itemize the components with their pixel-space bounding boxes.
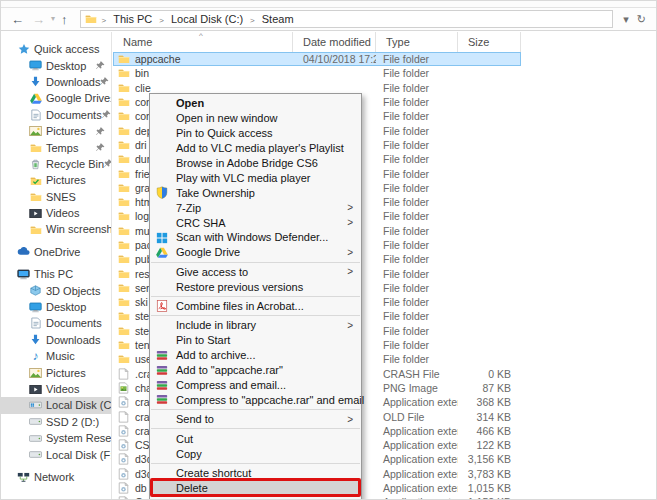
menu-item-play-with-vlc-media-player[interactable]: Play with VLC media player xyxy=(150,170,361,185)
sidebar-item-music[interactable]: ♪Music xyxy=(1,348,111,364)
sidebar-item-videos[interactable]: Videos xyxy=(1,381,111,397)
menu-item-rename[interactable]: Rename xyxy=(150,495,361,500)
sidebar-item-pictures[interactable]: Pictures xyxy=(1,172,111,188)
file-row[interactable]: binFile folder xyxy=(113,66,521,80)
menu-item-delete[interactable]: Delete xyxy=(150,480,361,495)
menu-item-label: Cut xyxy=(176,433,193,445)
menu-item-combine-files-in-acrobat[interactable]: Combine files in Acrobat... xyxy=(150,299,361,314)
file-type: File folder xyxy=(376,310,458,322)
sidebar-item-videos[interactable]: Videos xyxy=(1,205,111,221)
file-size: 1,152 KB xyxy=(458,496,511,499)
file-size: 466 KB xyxy=(458,425,511,437)
folder-icon xyxy=(118,253,130,265)
menu-item-scan-with-windows-defender[interactable]: Scan with Windows Defender... xyxy=(150,230,361,245)
file-size: 368 KB xyxy=(458,396,511,408)
sidebar-item-desktop[interactable]: Desktop xyxy=(1,299,111,315)
menu-item-open[interactable]: Open xyxy=(150,96,361,111)
file-name: clie xyxy=(135,82,151,94)
file-gear-icon xyxy=(118,396,130,408)
folder-icon xyxy=(118,268,130,280)
back-button[interactable]: ← xyxy=(11,13,24,26)
column-header-date-modified[interactable]: Date modified xyxy=(293,32,376,52)
menu-item-compress-and-email[interactable]: Compress and email... xyxy=(150,378,361,393)
breadcrumb-segment[interactable]: Steam xyxy=(260,13,296,25)
menu-item-restore-previous-versions[interactable]: Restore previous versions xyxy=(150,279,361,294)
column-header-name[interactable]: Name xyxy=(113,32,293,52)
file-name: frie xyxy=(135,168,150,180)
sidebar-item-quick-access[interactable]: Quick access xyxy=(1,41,111,57)
breadcrumb-segment[interactable]: Local Disk (C:) xyxy=(169,13,245,25)
sidebar-item-documents[interactable]: Documents xyxy=(1,315,111,331)
menu-item-open-in-new-window[interactable]: Open in new window xyxy=(150,111,361,126)
file-type: File folder xyxy=(376,296,458,308)
folder-icon xyxy=(118,110,130,122)
sidebar-item-documents[interactable]: Documents xyxy=(1,107,111,123)
breadcrumb-separator-icon: > xyxy=(245,16,260,25)
download-icon xyxy=(29,75,42,88)
sidebar-item-snes[interactable]: SNES xyxy=(1,189,111,205)
sidebar-item-desktop[interactable]: Desktop xyxy=(1,57,111,73)
sidebar-item-win-screenshots[interactable]: Win screenshots xyxy=(1,221,111,237)
file-blank-icon xyxy=(118,368,130,380)
file-type: Application extens xyxy=(376,439,458,451)
sidebar-item-google-drive[interactable]: Google Drive xyxy=(1,90,111,106)
sidebar-item-3d-objects[interactable]: 3D Objects xyxy=(1,282,111,298)
menu-item-add-to-archive[interactable]: Add to archive... xyxy=(150,348,361,363)
menu-item-add-to-vlc-media-player-s-playlist[interactable]: Add to VLC media player's Playlist xyxy=(150,141,361,156)
file-name: ski xyxy=(135,296,148,308)
file-type: Application extens xyxy=(376,396,458,408)
file-image-icon xyxy=(118,382,130,394)
file-type: File folder xyxy=(376,225,458,237)
sidebar-item-system-reserved-e[interactable]: System Reserved (E: xyxy=(1,430,111,446)
sidebar-item-recycle-bin[interactable]: Recycle Bin xyxy=(1,156,111,172)
sidebar-item-label: Recycle Bin xyxy=(46,158,104,170)
sidebar-item-downloads[interactable]: Downloads xyxy=(1,332,111,348)
sidebar-item-pictures[interactable]: Pictures xyxy=(1,123,111,139)
sidebar-item-downloads[interactable]: Downloads xyxy=(1,74,111,90)
sidebar-item-pictures[interactable]: Pictures xyxy=(1,364,111,380)
sidebar-item-ssd-2-d[interactable]: SSD 2 (D:) xyxy=(1,414,111,430)
menu-item-pin-to-start[interactable]: Pin to Start xyxy=(150,333,361,348)
history-dropdown-icon[interactable]: ▾ xyxy=(51,15,55,23)
menu-item-give-access-to[interactable]: Give access to> xyxy=(150,264,361,279)
column-header-size[interactable]: Size xyxy=(458,32,521,52)
file-size: 314 KB xyxy=(458,411,511,423)
pin-icon xyxy=(110,94,112,103)
menu-item-label: Compress and email... xyxy=(176,379,286,391)
file-size: 1,015 KB xyxy=(458,482,511,494)
address-bar[interactable]: >This PC>Local Disk (C:)>Steam xyxy=(80,10,614,28)
menu-item-compress-to-appcache-rar-and-email[interactable]: Compress to "appcache.rar" and email xyxy=(150,392,361,407)
menu-item-create-shortcut[interactable]: Create shortcut xyxy=(150,465,361,480)
menu-item-crc-sha[interactable]: CRC SHA> xyxy=(150,215,361,230)
sidebar-item-temps[interactable]: Temps xyxy=(1,139,111,155)
sidebar-item-label: SNES xyxy=(46,191,76,203)
up-button[interactable]: ↑ xyxy=(61,13,68,26)
address-dropdown-icon[interactable]: ▾ xyxy=(623,13,629,26)
refresh-icon[interactable]: ↻ xyxy=(637,13,646,26)
sidebar-item-local-disk-c[interactable]: Local Disk (C:) xyxy=(1,397,111,413)
sidebar-item-this-pc[interactable]: This PC xyxy=(1,266,111,282)
sidebar-item-local-disk-f[interactable]: Local Disk (F:) xyxy=(1,446,111,462)
file-type: Application extens xyxy=(376,453,458,465)
forward-button[interactable]: → xyxy=(32,13,45,26)
gdrive-icon xyxy=(156,246,171,259)
menu-item-send-to[interactable]: Send to> xyxy=(150,412,361,427)
file-row[interactable]: appcache04/10/2018 17:29File folder xyxy=(113,52,521,66)
file-name: log xyxy=(135,210,149,222)
menu-item-pin-to-quick-access[interactable]: Pin to Quick access xyxy=(150,126,361,141)
column-header-label: Name xyxy=(123,36,152,48)
menu-item-7-zip[interactable]: 7-Zip> xyxy=(150,200,361,215)
sidebar-item-network[interactable]: Network xyxy=(1,469,111,485)
menu-item-copy[interactable]: Copy xyxy=(150,446,361,461)
menu-item-cut[interactable]: Cut xyxy=(150,431,361,446)
menu-item-take-ownership[interactable]: Take Ownership xyxy=(150,185,361,200)
menu-item-browse-in-adobe-bridge-cs6[interactable]: Browse in Adobe Bridge CS6 xyxy=(150,156,361,171)
sidebar-item-onedrive[interactable]: OneDrive xyxy=(1,244,111,260)
column-header-type[interactable]: Type xyxy=(376,32,458,52)
breadcrumb-segment[interactable]: This PC xyxy=(111,13,154,25)
menu-item-include-in-library[interactable]: Include in library> xyxy=(150,318,361,333)
menu-item-add-to-appcache-rar[interactable]: Add to "appcache.rar" xyxy=(150,363,361,378)
shield-icon xyxy=(156,186,171,199)
menu-item-google-drive[interactable]: Google Drive> xyxy=(150,245,361,260)
cloud-icon xyxy=(17,245,30,258)
